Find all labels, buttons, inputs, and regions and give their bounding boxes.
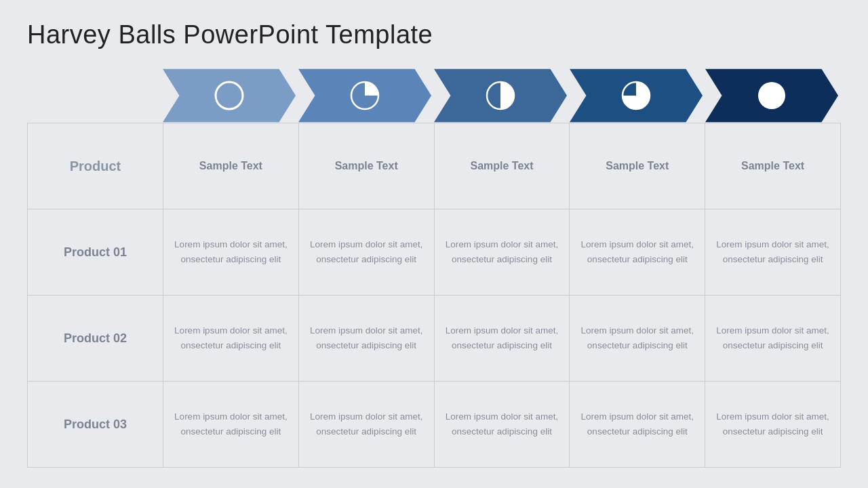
harvey-ball-3: [484, 79, 517, 113]
table-row: Product 01 Lorem ipsum dolor sit amet, o…: [28, 209, 840, 296]
harvey-ball-1: [212, 79, 246, 113]
cell-r2-c4: Lorem ipsum dolor sit amet, onsectetur a…: [570, 296, 705, 381]
cell-r1-c5: Lorem ipsum dolor sit amet, onsectetur a…: [705, 209, 840, 295]
table-row: Product 03 Lorem ipsum dolor sit amet, o…: [28, 382, 840, 467]
cell-r1-c3: Lorem ipsum dolor sit amet, onsectetur a…: [435, 209, 570, 295]
table-area: Product Sample Text Sample Text Sample T…: [27, 68, 841, 468]
cell-r3-c3: Lorem ipsum dolor sit amet, onsectetur a…: [435, 382, 570, 467]
table-header-row: Product Sample Text Sample Text Sample T…: [28, 123, 840, 209]
cell-r1-c1: Lorem ipsum dolor sit amet, onsectetur a…: [163, 209, 299, 295]
product-column-header: Product: [28, 123, 163, 209]
col-header-3: Sample Text: [435, 123, 570, 209]
chevron-col2: [298, 68, 431, 123]
table-row: Product 02 Lorem ipsum dolor sit amet, o…: [28, 296, 840, 382]
col-header-4: Sample Text: [570, 123, 705, 209]
col-header-5: Sample Text: [705, 123, 840, 209]
chevron-col3: [434, 68, 567, 123]
cell-r3-c2: Lorem ipsum dolor sit amet, onsectetur a…: [299, 382, 435, 467]
harvey-ball-4: [619, 79, 653, 113]
cell-r1-c4: Lorem ipsum dolor sit amet, onsectetur a…: [570, 209, 705, 295]
chevron-col4: [570, 68, 703, 123]
col-header-2: Sample Text: [299, 123, 435, 209]
cell-r2-c5: Lorem ipsum dolor sit amet, onsectetur a…: [705, 296, 840, 381]
col-header-1: Sample Text: [163, 123, 299, 209]
chevron-header-row: [163, 68, 841, 123]
cell-r3-c5: Lorem ipsum dolor sit amet, onsectetur a…: [705, 382, 840, 467]
row-label-2: Product 02: [28, 296, 163, 381]
chevron-col5: [705, 68, 838, 123]
cell-r2-c1: Lorem ipsum dolor sit amet, onsectetur a…: [163, 296, 299, 381]
harvey-ball-5: [755, 79, 789, 113]
cell-r1-c2: Lorem ipsum dolor sit amet, onsectetur a…: [299, 209, 435, 295]
harvey-ball-2: [348, 79, 382, 113]
cell-r2-c3: Lorem ipsum dolor sit amet, onsectetur a…: [435, 296, 570, 381]
data-table: Product Sample Text Sample Text Sample T…: [27, 123, 841, 468]
row-label-3: Product 03: [28, 382, 163, 467]
page-title: Harvey Balls PowerPoint Template: [27, 20, 841, 49]
slide: Harvey Balls PowerPoint Template: [0, 0, 868, 488]
svg-point-1: [216, 82, 243, 109]
cell-r2-c2: Lorem ipsum dolor sit amet, onsectetur a…: [299, 296, 435, 381]
cell-r3-c1: Lorem ipsum dolor sit amet, onsectetur a…: [163, 382, 299, 467]
svg-point-9: [758, 82, 785, 109]
cell-r3-c4: Lorem ipsum dolor sit amet, onsectetur a…: [570, 382, 705, 467]
row-label-1: Product 01: [28, 209, 163, 295]
chevron-col1: [163, 68, 296, 123]
